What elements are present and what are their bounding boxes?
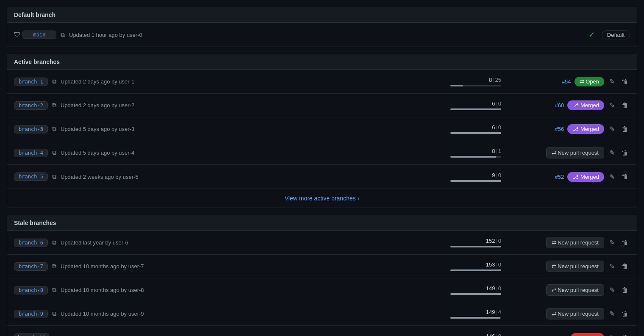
delete-icon[interactable]: 🗑 — [620, 100, 630, 111]
branch-name[interactable]: branch-5 — [14, 172, 48, 181]
shield-icon: 🛡 — [14, 31, 21, 39]
table-row: branch-8 ⧉ Updated 10 months ago by user… — [7, 278, 637, 302]
branch-name[interactable]: branch-9 — [14, 310, 48, 318]
branch-name[interactable]: branch-4 — [14, 149, 48, 157]
branch-meta: Updated 10 months ago by user-9 — [61, 311, 433, 317]
copy-icon[interactable]: ⧉ — [52, 173, 56, 180]
new-pull-request-button[interactable]: ⇄ New pull request — [546, 147, 604, 158]
edit-icon[interactable]: ✎ — [608, 237, 616, 248]
active-branches-header: Active branches — [7, 54, 637, 70]
copy-icon[interactable]: ⧉ — [52, 263, 56, 270]
stats-behind: 0 — [498, 100, 501, 107]
edit-icon[interactable]: ✎ — [608, 123, 616, 135]
edit-icon[interactable]: ✎ — [608, 284, 616, 296]
table-row: branch-5 ⧉ Updated 2 weeks ago by user-5… — [7, 165, 637, 189]
default-branch-header: Default branch — [7, 7, 637, 23]
stats-area: 152 | 0 — [433, 238, 501, 247]
copy-icon[interactable]: ⧉ — [52, 78, 56, 85]
pr-status-badge: ⎇ Merged — [567, 124, 604, 134]
pr-number: #1 — [561, 335, 567, 336]
edit-icon[interactable]: ✎ — [608, 100, 616, 111]
stats-numbers: 9 | 0 — [492, 172, 501, 178]
stale-branches-list: branch-6 ⧉ Updated last year by user-6 1… — [7, 231, 637, 336]
active-branches-title: Active branches — [14, 58, 60, 65]
default-branch-title: Default branch — [14, 11, 56, 18]
edit-icon[interactable]: ✎ — [608, 171, 616, 183]
pr-area: #52 ⎇ Merged ✎ 🗑 — [511, 171, 630, 183]
edit-icon[interactable]: ✎ — [608, 308, 616, 319]
branch-meta: Updated 10 months ago by user-8 — [61, 287, 433, 293]
pr-area: #1 ⇄ Closed ✎ 🗑 — [511, 332, 630, 336]
copy-icon[interactable]: ⧉ — [52, 149, 56, 156]
delete-icon[interactable]: 🗑 — [620, 76, 630, 87]
branch-name[interactable]: branch-6 — [14, 239, 48, 247]
stats-ahead: 8 — [489, 77, 492, 83]
new-pull-request-button[interactable]: ⇄ New pull request — [546, 284, 604, 296]
edit-icon[interactable]: ✎ — [608, 76, 616, 87]
delete-icon[interactable]: 🗑 — [620, 332, 630, 336]
stats-behind: 0 — [498, 285, 501, 292]
check-icon: ✓ — [588, 30, 595, 39]
stats-behind: 25 — [495, 77, 501, 83]
edit-icon[interactable]: ✎ — [608, 147, 616, 158]
stats-ahead: 149 — [486, 285, 495, 292]
delete-icon[interactable]: 🗑 — [620, 124, 630, 135]
pr-area: #56 ⎇ Merged ✎ 🗑 — [511, 123, 630, 135]
pr-number: #52 — [555, 174, 564, 180]
copy-icon[interactable]: ⧉ — [61, 31, 65, 39]
branch-meta: Updated 5 days ago by user-3 — [61, 126, 433, 132]
new-pull-request-button[interactable]: ⇄ New pull request — [546, 308, 604, 319]
main-branch-name[interactable]: main — [22, 31, 56, 39]
delete-icon[interactable]: 🗑 — [620, 147, 630, 158]
copy-icon[interactable]: ⧉ — [52, 310, 56, 317]
delete-icon[interactable]: 🗑 — [620, 308, 630, 319]
edit-icon[interactable]: ✎ — [608, 261, 616, 272]
copy-icon[interactable]: ⧉ — [52, 239, 56, 246]
branch-name[interactable]: branch-8 — [14, 286, 48, 294]
stats-behind: 4 — [498, 309, 501, 315]
delete-icon[interactable]: 🗑 — [620, 285, 630, 296]
stats-numbers: 146 | 0 — [486, 333, 501, 336]
stats-behind: 0 — [498, 124, 501, 131]
copy-icon[interactable]: ⧉ — [52, 286, 56, 294]
stats-area: 6 | 0 — [433, 100, 501, 110]
stats-area: 6 | 0 — [433, 124, 501, 134]
view-more-active[interactable]: View more active branches › — [7, 189, 637, 208]
stats-area: 153 | 0 — [433, 261, 501, 271]
pr-number: #60 — [555, 102, 564, 108]
main-branch-meta: Updated 1 hour ago by user-0 — [69, 32, 588, 38]
branch-meta: Updated 5 days ago by user-4 — [61, 150, 433, 156]
branch-name[interactable]: branch-10 — [14, 333, 49, 336]
stats-behind: 0 — [498, 172, 501, 178]
stats-area: 149 | 0 — [433, 285, 501, 295]
branch-name[interactable]: branch-3 — [14, 125, 48, 133]
copy-icon[interactable]: ⧉ — [52, 125, 56, 133]
delete-icon[interactable]: 🗑 — [620, 261, 630, 272]
stats-behind: 0 — [498, 333, 501, 336]
stats-area: 8 | 1 — [433, 148, 501, 158]
stats-ahead: 9 — [492, 172, 495, 178]
stats-numbers: 149 | 0 — [486, 285, 501, 292]
stats-ahead: 146 — [486, 333, 495, 336]
copy-icon[interactable]: ⧉ — [52, 102, 56, 109]
table-row: branch-1 ⧉ Updated 2 days ago by user-1 … — [7, 70, 637, 94]
edit-icon[interactable]: ✎ — [608, 332, 616, 336]
stats-behind: 0 — [498, 238, 501, 244]
branch-meta: Updated 10 months ago by user-7 — [61, 263, 433, 269]
stats-area: 9 | 0 — [433, 172, 501, 182]
new-pull-request-button[interactable]: ⇄ New pull request — [546, 237, 604, 248]
pr-area: ⇄ New pull request ✎ 🗑 — [511, 261, 630, 272]
stats-ahead: 6 — [492, 100, 495, 107]
pr-status-badge: ⇄ Open — [575, 77, 604, 86]
delete-icon[interactable]: 🗑 — [620, 237, 630, 248]
branch-name[interactable]: branch-2 — [14, 101, 48, 110]
branch-name[interactable]: branch-7 — [14, 262, 48, 271]
pr-area: #54 ⇄ Open ✎ 🗑 — [511, 76, 630, 87]
copy-icon[interactable]: ⧉ — [53, 334, 58, 336]
branch-name[interactable]: branch-1 — [14, 78, 48, 86]
delete-icon[interactable]: 🗑 — [620, 171, 630, 182]
new-pull-request-button[interactable]: ⇄ New pull request — [546, 261, 604, 272]
pr-status-badge: ⎇ Merged — [567, 172, 604, 182]
stats-ahead: 153 — [486, 261, 495, 268]
pr-status-badge: ⎇ Merged — [567, 100, 604, 110]
